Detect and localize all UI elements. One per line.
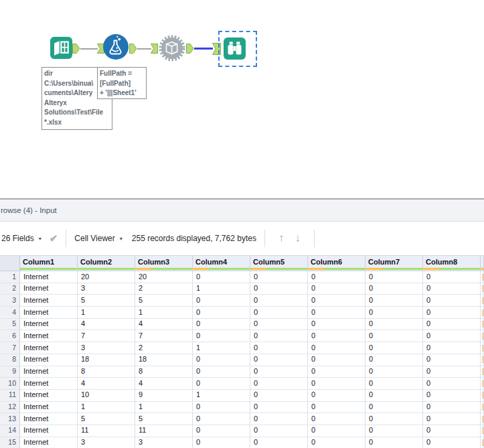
cell-column2[interactable]: 1 (78, 402, 135, 414)
connection-wire[interactable] (137, 48, 151, 50)
cell-column4[interactable]: 0 (193, 366, 250, 378)
cell-column3[interactable]: 3 (135, 437, 193, 448)
row-number-cell[interactable]: 14 (0, 425, 20, 437)
cell-column7[interactable]: 0 (366, 402, 423, 414)
cell-column7[interactable]: 0 (366, 342, 423, 354)
cell-column4[interactable]: 0 (193, 271, 250, 283)
cell-column2[interactable]: 3 (78, 437, 135, 448)
cell-column8[interactable]: 0 (423, 307, 481, 319)
row-number-cell[interactable]: 6 (0, 330, 20, 342)
apply-checkmark-icon[interactable]: ✔ (50, 232, 58, 244)
cell-column1[interactable]: Internet (20, 319, 78, 331)
cell-column5[interactable]: 0 (250, 425, 308, 437)
cell-column1[interactable]: Internet (20, 366, 78, 378)
cell-column6[interactable]: 0 (308, 413, 366, 425)
cell-column1[interactable]: Internet (20, 271, 78, 283)
cell-column6[interactable]: 0 (308, 425, 366, 437)
browse-tool[interactable] (224, 38, 246, 62)
row-number-cell[interactable]: 7 (0, 342, 20, 354)
cell-column1[interactable]: Internet (20, 330, 78, 342)
row-number-cell[interactable]: 11 (0, 390, 20, 402)
cell-column1[interactable]: Internet (20, 295, 78, 307)
cell-column6[interactable]: 0 (308, 390, 366, 402)
cell-column8[interactable]: 0 (423, 390, 481, 402)
cell-clipped-null[interactable]: [Null] (481, 378, 484, 390)
cell-column7[interactable]: 0 (366, 330, 423, 342)
cell-column4[interactable]: 0 (193, 307, 250, 319)
cell-column5[interactable]: 0 (250, 342, 308, 354)
column-header-column6[interactable]: Column6 (308, 256, 366, 271)
cell-column8[interactable]: 0 (423, 271, 481, 283)
cell-column7[interactable]: 0 (366, 354, 423, 366)
cell-column7[interactable]: 0 (366, 295, 423, 307)
cell-column8[interactable]: 0 (423, 319, 481, 331)
cell-column5[interactable]: 0 (250, 295, 308, 307)
cell-clipped-null[interactable]: [Null] (481, 342, 484, 354)
formula-annotation[interactable]: FullPath = [FullPath] + '|||Sheet1' (97, 67, 147, 99)
cell-column5[interactable]: 0 (250, 437, 308, 448)
cell-column7[interactable]: 0 (366, 390, 423, 402)
cell-column8[interactable]: 0 (423, 425, 481, 437)
cell-clipped-null[interactable]: [Null] (481, 413, 484, 425)
cell-column4[interactable]: 0 (193, 330, 250, 342)
down-arrow-icon[interactable]: ↓ (289, 232, 306, 245)
cell-column8[interactable]: 0 (423, 330, 481, 342)
cell-column3[interactable]: 4 (135, 378, 193, 390)
cell-column8[interactable]: 0 (423, 413, 481, 425)
cell-column6[interactable]: 0 (308, 402, 366, 414)
column-header-column2[interactable]: Column2 (78, 256, 135, 271)
cell-column2[interactable]: 3 (78, 342, 135, 354)
cell-column4[interactable]: 0 (193, 437, 250, 448)
cell-column2[interactable]: 4 (78, 319, 135, 331)
cell-column4[interactable]: 0 (193, 425, 250, 437)
column-header-column1[interactable]: Column1 (20, 256, 78, 271)
fields-dropdown[interactable]: 26 Fields ▾ (1, 234, 42, 243)
cell-clipped-null[interactable]: [Null] (481, 437, 484, 448)
cell-column5[interactable]: 0 (250, 390, 308, 402)
cell-column8[interactable]: 0 (423, 283, 481, 295)
cell-column5[interactable]: 0 (250, 378, 308, 390)
cell-clipped-null[interactable]: [Null] (481, 390, 484, 402)
row-number-cell[interactable]: 15 (0, 437, 20, 448)
cell-column7[interactable]: 0 (366, 366, 423, 378)
cell-column1[interactable]: Internet (20, 425, 78, 437)
cell-clipped-null[interactable]: [Null] (481, 295, 484, 307)
cell-column2[interactable]: 11 (78, 425, 135, 437)
connection-wire[interactable] (80, 48, 98, 50)
cell-column2[interactable]: 5 (78, 295, 135, 307)
row-number-cell[interactable]: 12 (0, 402, 20, 414)
cell-column2[interactable]: 10 (78, 390, 135, 402)
cell-column6[interactable]: 0 (308, 342, 366, 354)
cell-column8[interactable]: 0 (423, 295, 481, 307)
cell-clipped-null[interactable]: [Null] (481, 354, 484, 366)
cell-column3[interactable]: 5 (135, 295, 193, 307)
cell-column1[interactable]: Internet (20, 342, 78, 354)
cell-column2[interactable]: 3 (78, 283, 135, 295)
cell-column6[interactable]: 0 (308, 366, 366, 378)
output-anchor[interactable] (186, 44, 194, 54)
cell-clipped-null[interactable]: [Null] (481, 307, 484, 319)
cell-column7[interactable]: 0 (366, 271, 423, 283)
column-header-column7[interactable]: Column7 (366, 256, 423, 271)
cell-column3[interactable]: 1 (135, 307, 193, 319)
column-header-column5[interactable]: Column5 (250, 256, 308, 271)
cell-column5[interactable]: 0 (250, 330, 308, 342)
cell-column2[interactable]: 20 (78, 271, 135, 283)
cell-clipped-null[interactable]: [Null] (481, 283, 484, 295)
cell-column3[interactable]: 18 (135, 354, 193, 366)
workflow-canvas[interactable]: dir C:\Users\binua\ cuments\Altery Alter… (0, 0, 484, 198)
cell-column6[interactable]: 0 (308, 437, 366, 448)
cell-column8[interactable]: 0 (423, 378, 481, 390)
cell-clipped-null[interactable]: [Null] (481, 425, 484, 437)
cell-column3[interactable]: 9 (135, 390, 193, 402)
column-header-column3[interactable]: Column3 (135, 256, 193, 271)
cell-column3[interactable]: 7 (135, 330, 193, 342)
directory-tool[interactable] (50, 37, 72, 62)
cell-column8[interactable]: 0 (423, 366, 481, 378)
cell-column7[interactable]: 0 (366, 413, 423, 425)
cell-column5[interactable]: 0 (250, 283, 308, 295)
cell-column2[interactable]: 18 (78, 354, 135, 366)
cell-column5[interactable]: 0 (250, 271, 308, 283)
cell-column6[interactable]: 0 (308, 330, 366, 342)
cell-column3[interactable]: 2 (135, 342, 193, 354)
